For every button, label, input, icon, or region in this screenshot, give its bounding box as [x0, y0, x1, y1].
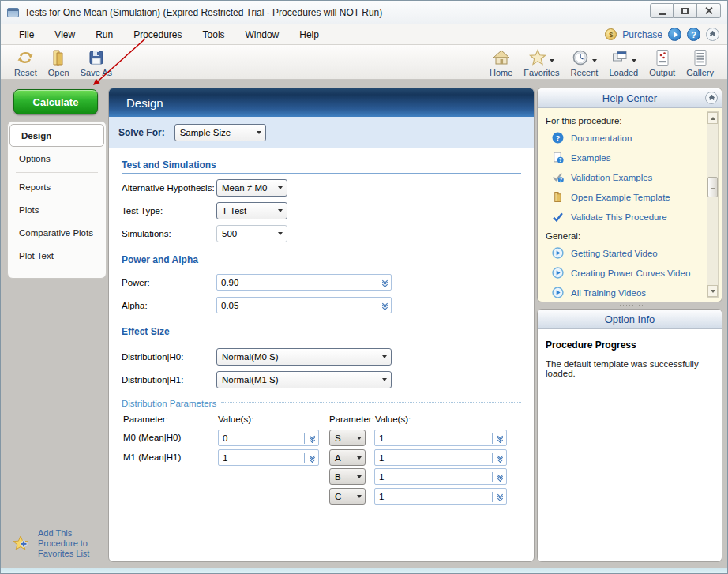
multi-values-icon[interactable]: [310, 454, 314, 462]
power-input[interactable]: 0.90: [216, 274, 392, 291]
param-c-dropdown[interactable]: C: [329, 488, 366, 505]
menu-help[interactable]: Help: [289, 26, 329, 43]
alpha-input[interactable]: 0.05: [216, 297, 392, 313]
help-center-panel: Help Center For this procedure: ? Docume…: [537, 88, 722, 302]
toolbar: Reset Open Save As Home Favorites Recent: [1, 45, 727, 80]
panel-splitter[interactable]: [537, 303, 722, 308]
solve-for-label: Solve For:: [118, 127, 165, 138]
chevron-down-icon[interactable]: [492, 492, 493, 501]
menu-tools[interactable]: Tools: [193, 26, 235, 43]
dollar-coin-icon: $: [605, 28, 617, 40]
menu-file[interactable]: File: [9, 26, 44, 43]
multi-values-icon[interactable]: [498, 473, 502, 481]
menu-run[interactable]: Run: [85, 26, 123, 43]
maximize-button[interactable]: [674, 3, 697, 18]
tab-options[interactable]: Options: [8, 147, 106, 170]
scroll-up-button[interactable]: [707, 112, 718, 124]
home-button[interactable]: Home: [484, 47, 518, 78]
all-training-videos-link[interactable]: All Training Videos: [546, 283, 703, 302]
chevron-down-icon[interactable]: [377, 301, 377, 310]
option-info-panel: Option Info Procedure Progress The defau…: [537, 309, 722, 562]
m0-value-input[interactable]: 0: [218, 430, 319, 446]
output-button[interactable]: Output: [644, 47, 681, 78]
procedure-progress-heading: Procedure Progress: [546, 340, 714, 351]
loaded-windows-icon: [610, 48, 629, 67]
param-s-value-input[interactable]: 1: [374, 430, 507, 446]
param-b-value-input[interactable]: 1: [374, 468, 507, 485]
sidebar-tabs: Design Options Reports Plots Comparative…: [7, 121, 107, 279]
distribution-h0-dropdown[interactable]: Normal(M0 S): [216, 348, 392, 366]
multi-values-icon[interactable]: [498, 493, 502, 501]
output-page-icon: [653, 48, 672, 67]
save-as-button[interactable]: Save As: [75, 47, 118, 78]
reset-button[interactable]: Reset: [9, 47, 43, 78]
simulations-dropdown[interactable]: 500: [216, 225, 287, 242]
chevron-down-icon[interactable]: [492, 433, 493, 443]
dropdown-arrow-icon: [278, 209, 283, 212]
param-a-value-input[interactable]: 1: [374, 449, 507, 466]
scroll-down-button[interactable]: [707, 285, 718, 297]
favorites-button[interactable]: Favorites: [518, 47, 565, 78]
tab-plot-text[interactable]: Plot Text: [8, 244, 106, 267]
loaded-button[interactable]: Loaded: [603, 47, 644, 78]
star-plus-icon: [12, 535, 32, 553]
solve-for-dropdown[interactable]: Sample Size: [174, 124, 266, 141]
param-s-dropdown[interactable]: S: [329, 430, 366, 446]
procedure-progress-message: The default template was successfully lo…: [546, 359, 714, 378]
open-example-template-link[interactable]: Open Example Template: [546, 187, 703, 207]
menu-procedures[interactable]: Procedures: [123, 26, 192, 43]
recent-dropdown-icon[interactable]: [592, 59, 597, 62]
help-center-collapse-button[interactable]: [705, 92, 718, 104]
gallery-page-icon: [691, 48, 710, 67]
play-circle-icon: [552, 287, 564, 298]
alt-hypothesis-dropdown[interactable]: Mean ≠ M0: [216, 179, 287, 197]
menu-window[interactable]: Window: [235, 26, 290, 43]
design-panel: Design Solve For: Sample Size Test and S…: [108, 88, 535, 562]
video-play-button[interactable]: [668, 28, 681, 41]
validate-procedure-link[interactable]: Validate This Procedure: [546, 207, 703, 227]
option-info-title: Option Info: [605, 313, 655, 325]
distribution-h1-dropdown[interactable]: Normal(M1 S): [216, 371, 392, 388]
close-button[interactable]: [697, 3, 721, 18]
examples-link[interactable]: ? Examples: [546, 148, 703, 167]
menu-view[interactable]: View: [44, 26, 85, 43]
minimize-button[interactable]: [650, 3, 674, 18]
dropdown-arrow-icon: [357, 495, 362, 498]
scrollbar-thumb[interactable]: [707, 177, 718, 197]
tab-design[interactable]: Design: [9, 124, 104, 147]
param-c-value-input[interactable]: 1: [374, 488, 507, 505]
tab-comparative-plots[interactable]: Comparative Plots: [8, 221, 106, 244]
collapse-toolbar-button[interactable]: [706, 28, 719, 41]
param-b-dropdown[interactable]: B: [329, 468, 366, 485]
gallery-button[interactable]: Gallery: [681, 47, 719, 78]
validation-examples-link[interactable]: ? Validation Examples: [546, 167, 703, 187]
chevron-down-icon[interactable]: [492, 472, 493, 482]
help-scrollbar[interactable]: [707, 111, 719, 298]
tab-plots[interactable]: Plots: [8, 198, 106, 221]
purchase-link[interactable]: Purchase: [622, 29, 662, 40]
minimize-icon: [659, 13, 666, 15]
tab-reports[interactable]: Reports: [8, 175, 106, 198]
chevron-down-icon[interactable]: [304, 433, 305, 443]
multi-values-icon[interactable]: [310, 434, 314, 442]
chevron-down-icon[interactable]: [304, 453, 305, 463]
favorites-dropdown-icon[interactable]: [550, 59, 554, 62]
power-curves-video-link[interactable]: Creating Power Curves Video: [546, 263, 703, 283]
multi-values-icon[interactable]: [498, 434, 502, 442]
recent-button[interactable]: Recent: [565, 47, 604, 78]
loaded-dropdown-icon[interactable]: [632, 59, 636, 62]
param-a-dropdown[interactable]: A: [329, 449, 366, 466]
add-to-favorites-link[interactable]: Add This Procedure to Favorites List: [12, 528, 89, 560]
help-button[interactable]: ?: [687, 28, 700, 41]
getting-started-video-link[interactable]: Getting Started Video: [546, 243, 703, 263]
open-button[interactable]: Open: [43, 47, 75, 78]
chevron-down-icon[interactable]: [377, 278, 377, 287]
documentation-link[interactable]: ? Documentation: [546, 128, 703, 148]
chevron-down-icon[interactable]: [492, 453, 493, 463]
calculate-button[interactable]: Calculate: [13, 89, 98, 114]
multi-values-icon[interactable]: [498, 454, 502, 462]
multi-values-icon[interactable]: [383, 302, 387, 310]
test-type-dropdown[interactable]: T-Test: [216, 202, 287, 219]
multi-values-icon[interactable]: [383, 279, 387, 287]
m1-value-input[interactable]: 1: [218, 449, 319, 466]
